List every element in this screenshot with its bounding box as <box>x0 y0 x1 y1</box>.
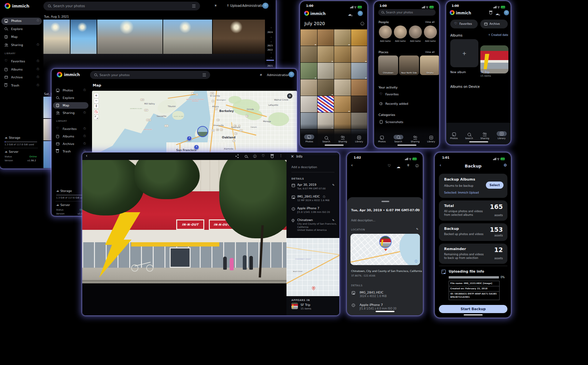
add-name-label[interactable]: Add name <box>423 40 438 42</box>
face-thumbnail[interactable] <box>424 25 437 39</box>
theme-toggle-icon[interactable]: ☀ <box>214 4 217 8</box>
download-cloud-icon[interactable]: ☁↑ <box>396 165 400 169</box>
user-avatar[interactable] <box>262 3 269 9</box>
photo-tile[interactable] <box>43 119 52 140</box>
home-indicator[interactable] <box>469 141 488 143</box>
search-bar[interactable]: Search your photos <box>90 71 210 79</box>
place-tile[interactable]: Omaha <box>420 56 439 75</box>
backup-cloud-icon[interactable]: ☁↑✓ <box>348 12 352 16</box>
sidebar-item-archive[interactable]: Archiveⓘ <box>1 74 42 81</box>
photo-tile[interactable] <box>317 29 334 46</box>
info-icon[interactable]: ⓘ <box>253 154 256 159</box>
sort-order[interactable]: ↑ Created date <box>488 34 508 37</box>
album-name[interactable]: SF Trip <box>480 71 489 74</box>
photo-tile[interactable] <box>301 46 317 62</box>
photo-tile[interactable]: ☁ <box>301 29 317 46</box>
photo-tile[interactable] <box>213 20 265 54</box>
nav-item-sharing[interactable]: Sharing <box>480 133 489 140</box>
sheet-drag-handle[interactable] <box>381 201 389 202</box>
description-placeholder[interactable]: Add a description <box>291 166 317 169</box>
nav-item-search[interactable]: Search <box>465 133 473 140</box>
archive-button[interactable]: Archive <box>480 20 508 28</box>
close-icon[interactable]: × <box>291 154 294 159</box>
sidebar-item-favorites[interactable]: ♡Favoritesⓘ <box>1 58 42 65</box>
map-cluster-marker[interactable]: 3 <box>187 136 192 141</box>
face-thumbnail[interactable] <box>394 25 407 39</box>
map-theme-button[interactable] <box>94 110 99 114</box>
map-info-icon[interactable]: ⓘ <box>415 260 417 263</box>
nav-item-library[interactable]: Library <box>497 131 507 140</box>
nav-item-sharing[interactable]: Sharing <box>411 136 420 143</box>
favorite-icon[interactable]: ♡ <box>262 154 265 158</box>
description-placeholder[interactable]: Add description... <box>351 219 376 222</box>
photo-tile[interactable] <box>301 79 317 96</box>
user-avatar[interactable] <box>288 71 294 77</box>
place-tile[interactable]: Near North Side <box>399 56 419 75</box>
sidebar-item-explore[interactable]: Explore <box>53 95 88 101</box>
sidebar-item-trash[interactable]: Trashⓘ <box>1 82 42 89</box>
back-icon[interactable]: ‹ <box>86 153 87 158</box>
face-thumbnail[interactable] <box>379 25 392 39</box>
info-icon[interactable]: ⓘ <box>415 164 419 168</box>
sidebar-item-explore[interactable]: Explore <box>1 26 42 33</box>
map-cluster-marker[interactable]: 4 <box>194 145 199 150</box>
sidebar-item-photos[interactable]: Photosⓘ <box>1 18 42 25</box>
nav-item-library[interactable]: Library <box>355 136 363 143</box>
select-all-icon[interactable]: ✓ <box>361 22 364 25</box>
photo-tile[interactable]: ☁ <box>351 46 368 62</box>
photo-tile[interactable]: ☁ <box>334 29 351 46</box>
nav-item-sharing[interactable]: Sharing <box>338 136 347 143</box>
more-options-icon[interactable]: ⋮ <box>279 154 283 157</box>
search-bar[interactable]: Search your photos <box>378 9 436 16</box>
administration-link[interactable]: Administration <box>267 73 290 77</box>
category-item[interactable]: Screenshots <box>385 120 403 124</box>
back-icon[interactable]: ‹ <box>351 163 353 167</box>
info-icon[interactable]: ⓘ <box>323 195 326 198</box>
album-thumbnail[interactable] <box>291 303 298 309</box>
edit-icon[interactable]: ✎ <box>332 183 335 187</box>
nav-item-photos[interactable]: Photos <box>450 133 458 140</box>
sidebar-item-albums[interactable]: Albumsⓘ <box>53 133 88 140</box>
location-map[interactable]: FISHERMAN'S WHARF Beach Street <box>286 238 339 296</box>
home-indicator[interactable] <box>325 145 344 146</box>
photo-tile[interactable] <box>351 29 368 46</box>
face-thumbnail[interactable] <box>409 25 422 39</box>
nav-item-photos[interactable]: Photos <box>378 136 386 143</box>
settings-gear-icon[interactable]: ⚙ <box>503 163 507 167</box>
add-name-label[interactable]: Add name <box>393 40 408 42</box>
nav-item-search[interactable]: Search <box>322 136 330 143</box>
home-indicator[interactable] <box>397 145 416 146</box>
map-zoom-out-button[interactable]: − <box>94 99 99 103</box>
album-card-sf-trip[interactable] <box>480 45 508 73</box>
photo-tile[interactable] <box>317 96 334 112</box>
edit-icon[interactable]: ✎ <box>332 219 335 222</box>
photo-tile[interactable] <box>97 20 162 54</box>
photo-tile[interactable]: ☁ <box>351 63 368 79</box>
delete-icon[interactable] <box>271 155 273 158</box>
trash-icon[interactable] <box>489 11 492 14</box>
album-name[interactable]: SF Trip <box>301 303 310 307</box>
photo-tile[interactable] <box>317 63 334 79</box>
start-backup-button[interactable]: Start Backup <box>439 305 507 313</box>
favorites-button[interactable]: ♡ Favorites <box>450 20 478 28</box>
photo-tile[interactable]: ☁ <box>317 46 334 62</box>
photo-tile[interactable] <box>334 46 351 62</box>
location-map[interactable]: ⓘ <box>350 234 420 265</box>
new-album-card[interactable]: + <box>450 39 478 67</box>
scrubber-handle[interactable] <box>266 60 274 61</box>
photo-tile[interactable] <box>43 20 70 54</box>
photo-tile[interactable] <box>301 96 317 112</box>
upload-button[interactable]: ↑ Upload <box>226 4 242 8</box>
map-zoom-in-button[interactable]: + <box>94 93 99 98</box>
sidebar-item-map[interactable]: Map <box>1 34 42 41</box>
viewer-photo[interactable]: IN-N-OUT IN-N-OUT <box>82 160 286 283</box>
sidebar-item-archive[interactable]: Archiveⓘ <box>53 141 88 147</box>
sidebar-item-favorites[interactable]: ♡Favoritesⓘ <box>53 126 88 132</box>
sidebar-item-map[interactable]: Map <box>53 102 88 109</box>
people-view-all[interactable]: View all <box>425 21 435 24</box>
photo-tile[interactable] <box>351 79 368 96</box>
share-icon[interactable] <box>236 156 237 157</box>
map-compass-button[interactable]: ↕ <box>94 104 99 108</box>
home-indicator[interactable] <box>464 314 483 316</box>
theme-toggle-icon[interactable]: ☀ <box>259 73 262 77</box>
